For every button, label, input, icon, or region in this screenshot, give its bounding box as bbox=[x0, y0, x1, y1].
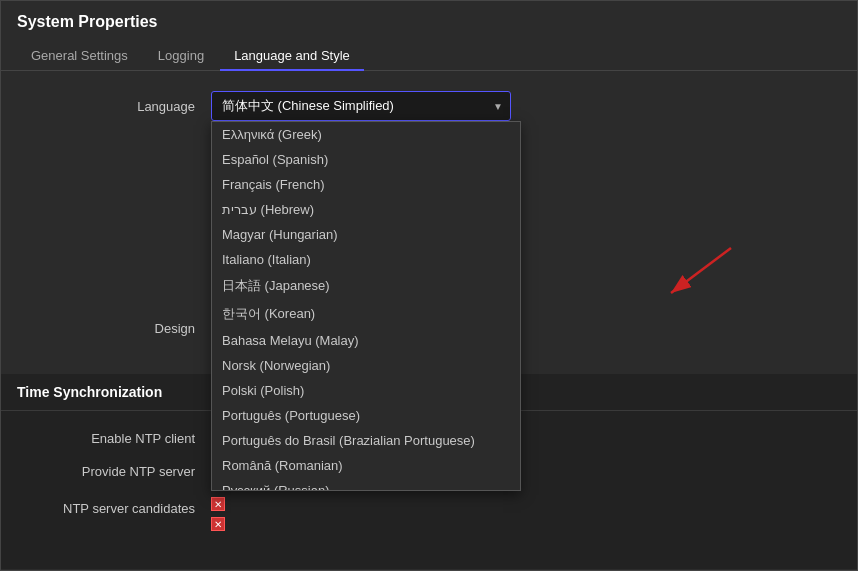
dropdown-item-korean[interactable]: 한국어 (Korean) bbox=[212, 300, 520, 328]
dropdown-item-romanian[interactable]: Română (Romanian) bbox=[212, 453, 520, 478]
dropdown-item-japanese[interactable]: 日本語 (Japanese) bbox=[212, 272, 520, 300]
title-bar: System Properties General Settings Loggi… bbox=[1, 1, 857, 71]
ntp-candidates-label: NTP server candidates bbox=[31, 497, 211, 516]
dropdown-item-spanish[interactable]: Español (Spanish) bbox=[212, 147, 520, 172]
time-sync-title: Time Synchronization bbox=[17, 384, 162, 400]
ntp-candidates-control: ✕ ✕ bbox=[211, 497, 611, 531]
tab-language-style[interactable]: Language and Style bbox=[220, 42, 364, 71]
design-label: Design bbox=[31, 321, 211, 336]
dropdown-item-malay[interactable]: Bahasa Melayu (Malay) bbox=[212, 328, 520, 353]
red-arrow-indicator bbox=[651, 243, 741, 306]
window-title: System Properties bbox=[17, 13, 841, 31]
language-select-wrapper: 简体中文 (Chinese Simplified) ▼ Ελληνικά (Gr… bbox=[211, 91, 511, 121]
dropdown-item-russian[interactable]: Русский (Russian) bbox=[212, 478, 520, 491]
dropdown-item-portuguese-br[interactable]: Português do Brasil (Brazialian Portugue… bbox=[212, 428, 520, 453]
dropdown-item-italian[interactable]: Italiano (Italian) bbox=[212, 247, 520, 272]
ntp-candidates-row: NTP server candidates ✕ ✕ bbox=[31, 497, 827, 531]
tab-logging[interactable]: Logging bbox=[144, 42, 218, 71]
language-row: Language 简体中文 (Chinese Simplified) ▼ Ελλ… bbox=[31, 91, 827, 121]
provide-ntp-label: Provide NTP server bbox=[31, 464, 211, 479]
dropdown-item-hebrew[interactable]: עברית (Hebrew) bbox=[212, 197, 520, 222]
enable-ntp-label: Enable NTP client bbox=[31, 431, 211, 446]
dropdown-item-french[interactable]: Français (French) bbox=[212, 172, 520, 197]
main-content: Language 简体中文 (Chinese Simplified) ▼ Ελλ… bbox=[1, 71, 857, 570]
dropdown-arrow-icon: ▼ bbox=[493, 101, 503, 112]
language-dropdown[interactable]: Ελληνικά (Greek) Español (Spanish) Franç… bbox=[211, 121, 521, 491]
dropdown-item-polish[interactable]: Polski (Polish) bbox=[212, 378, 520, 403]
svg-line-1 bbox=[671, 248, 731, 293]
dropdown-item-greek[interactable]: Ελληνικά (Greek) bbox=[212, 122, 520, 147]
tab-general-settings[interactable]: General Settings bbox=[17, 42, 142, 71]
dropdown-item-norwegian[interactable]: Norsk (Norwegian) bbox=[212, 353, 520, 378]
language-label: Language bbox=[31, 99, 211, 114]
ntp-remove-icon-2[interactable]: ✕ bbox=[211, 517, 225, 531]
language-control: 简体中文 (Chinese Simplified) ▼ Ελληνικά (Gr… bbox=[211, 91, 611, 121]
ntp-candidate-2: ✕ bbox=[211, 517, 611, 531]
tab-bar: General Settings Logging Language and St… bbox=[17, 41, 841, 70]
ntp-remove-icon-1[interactable]: ✕ bbox=[211, 497, 225, 511]
language-section: Language 简体中文 (Chinese Simplified) ▼ Ελλ… bbox=[1, 71, 857, 374]
language-select[interactable]: 简体中文 (Chinese Simplified) ▼ bbox=[211, 91, 511, 121]
ntp-candidate-1: ✕ bbox=[211, 497, 611, 511]
language-selected-value: 简体中文 (Chinese Simplified) bbox=[222, 97, 394, 115]
system-properties-window: System Properties General Settings Loggi… bbox=[0, 0, 858, 571]
dropdown-item-hungarian[interactable]: Magyar (Hungarian) bbox=[212, 222, 520, 247]
dropdown-item-portuguese[interactable]: Português (Portuguese) bbox=[212, 403, 520, 428]
